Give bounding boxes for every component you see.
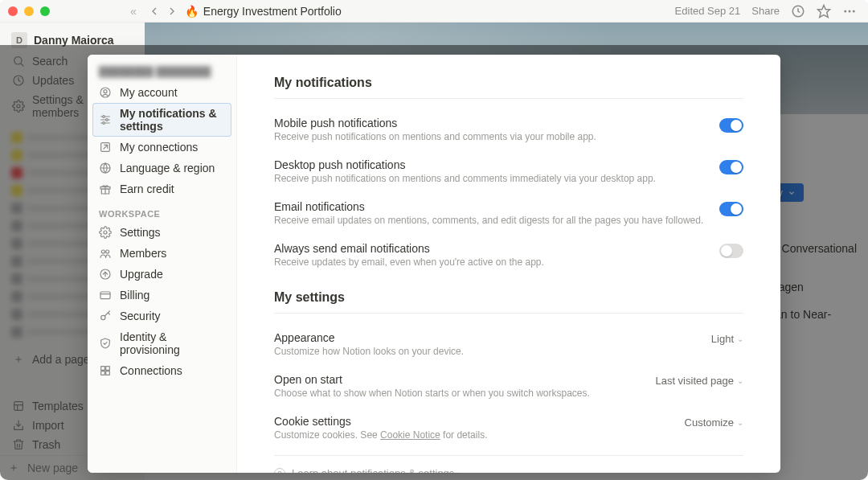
- page-title-breadcrumb[interactable]: 🔥 Energy Investment Portfolio: [185, 5, 342, 18]
- favorite-star-icon[interactable]: [817, 4, 831, 18]
- setting-value: Light: [711, 333, 734, 345]
- svg-point-14: [104, 90, 107, 93]
- toggle-switch[interactable]: [719, 244, 743, 258]
- setting-row: AppearanceCustomize how Notion looks on …: [274, 325, 743, 367]
- settings-nav-upgrade[interactable]: Upgrade: [92, 264, 231, 285]
- more-menu-icon[interactable]: [842, 4, 857, 18]
- svg-point-13: [100, 88, 110, 97]
- toggle-switch[interactable]: [719, 160, 743, 174]
- svg-point-3: [849, 10, 851, 12]
- account-email-blurred: ████████ ████████: [92, 61, 231, 82]
- settings-nav-security[interactable]: Security: [92, 306, 231, 326]
- svg-point-29: [101, 250, 104, 253]
- chevron-down-icon: ⌄: [737, 418, 743, 427]
- setting-row: Open on startChoose what to show when No…: [274, 367, 743, 408]
- toggle-switch[interactable]: [719, 118, 743, 133]
- setting-value-dropdown[interactable]: Last visited page⌄: [655, 375, 743, 387]
- settings-nav-label: Settings: [120, 226, 161, 239]
- toggle-switch[interactable]: [719, 202, 743, 216]
- setting-label: Desktop push notifications: [274, 158, 656, 171]
- setting-label: Mobile push notifications: [274, 117, 596, 129]
- setting-value-dropdown[interactable]: Customize⌄: [685, 416, 743, 429]
- close-window-button[interactable]: [8, 6, 18, 16]
- setting-label: Email notifications: [274, 200, 703, 213]
- page-emoji-icon: 🔥: [185, 5, 199, 18]
- settings-modal: ████████ ████████ My accountMy notificat…: [88, 55, 780, 473]
- setting-label: Open on start: [274, 373, 590, 386]
- settings-nav-label: Upgrade: [120, 268, 163, 281]
- back-button[interactable]: [148, 5, 161, 18]
- svg-line-22: [104, 145, 108, 149]
- svg-point-30: [106, 250, 109, 253]
- modal-sidebar: ████████ ████████ My accountMy notificat…: [88, 55, 237, 473]
- settings-nav-label: Billing: [120, 289, 149, 302]
- svg-marker-1: [818, 5, 830, 17]
- svg-rect-33: [100, 292, 110, 299]
- settings-nav-my-connections[interactable]: My connections: [92, 137, 231, 158]
- setting-value-dropdown[interactable]: Light⌄: [711, 333, 743, 345]
- grid-icon: [99, 364, 112, 377]
- settings-nav-label: Connections: [120, 364, 182, 377]
- notification-row: Email notificationsReceive email updates…: [274, 194, 743, 236]
- learn-link-label: Learn about notifications & settings: [292, 467, 454, 473]
- collapse-sidebar-icon[interactable]: «: [130, 5, 137, 18]
- settings-heading: My settings: [274, 290, 743, 305]
- notification-row: Always send email notificationsReceive u…: [274, 236, 743, 277]
- setting-label: Appearance: [274, 331, 464, 344]
- titlebar: « 🔥 Energy Investment Portfolio Edited S…: [0, 0, 868, 23]
- sliders-icon: [99, 113, 112, 126]
- maximize-window-button[interactable]: [40, 6, 50, 16]
- card-icon: [99, 289, 112, 302]
- svg-point-19: [106, 119, 108, 121]
- user-circle-icon: [99, 86, 112, 99]
- up-arrow-circle-icon: [99, 268, 112, 281]
- settings-nav-label: My account: [120, 86, 178, 99]
- setting-description: Customize how Notion looks on your devic…: [274, 346, 464, 357]
- setting-row: Cookie settingsCustomize cookies. See Co…: [274, 408, 743, 450]
- edited-timestamp: Edited Sep 21: [675, 5, 741, 17]
- settings-nav-billing[interactable]: Billing: [92, 285, 231, 306]
- svg-rect-40: [101, 371, 105, 375]
- people-icon: [99, 247, 112, 260]
- settings-nav-connections[interactable]: Connections: [92, 360, 231, 381]
- notification-row: Desktop push notificationsReceive push n…: [274, 152, 743, 194]
- shield-check-icon: [99, 337, 112, 350]
- help-icon: ?: [274, 468, 285, 474]
- modal-main: My notifications Mobile push notificatio…: [237, 55, 780, 473]
- svg-point-18: [103, 116, 105, 118]
- settings-nav-language-region[interactable]: Language & region: [92, 158, 231, 178]
- setting-description: Choose what to show when Notion starts o…: [274, 388, 590, 399]
- svg-rect-41: [106, 371, 110, 375]
- settings-nav-label: My connections: [120, 141, 198, 154]
- setting-label: Cookie settings: [274, 415, 487, 428]
- setting-description: Receive push notifications on mentions a…: [274, 131, 596, 142]
- link-out-icon: [99, 141, 112, 154]
- settings-nav-settings[interactable]: Settings: [92, 222, 231, 243]
- share-button[interactable]: Share: [751, 5, 780, 17]
- cookie-notice-link[interactable]: Cookie Notice: [380, 429, 440, 441]
- updates-clock-icon[interactable]: [791, 4, 805, 18]
- svg-point-20: [103, 122, 105, 125]
- setting-description: Receive updates by email, even when you'…: [274, 256, 544, 268]
- settings-nav-earn-credit[interactable]: Earn credit: [92, 178, 231, 199]
- settings-nav-my-account[interactable]: My account: [92, 82, 231, 103]
- settings-nav-label: Identity & provisioning: [120, 330, 225, 356]
- settings-nav-members[interactable]: Members: [92, 243, 231, 264]
- svg-rect-38: [101, 367, 105, 371]
- minimize-window-button[interactable]: [24, 6, 34, 16]
- page-title-text: Energy Investment Portfolio: [203, 5, 342, 18]
- settings-nav-identity-provisioning[interactable]: Identity & provisioning: [92, 326, 231, 360]
- modal-overlay[interactable]: ████████ ████████ My accountMy notificat…: [0, 45, 868, 480]
- settings-nav-my-notifications-settings[interactable]: My notifications & settings: [92, 103, 231, 137]
- svg-point-2: [844, 10, 846, 12]
- chevron-down-icon: ⌄: [737, 334, 743, 343]
- svg-point-4: [853, 10, 855, 12]
- svg-line-37: [108, 313, 109, 314]
- setting-value: Last visited page: [655, 375, 734, 387]
- setting-label: Always send email notifications: [274, 242, 544, 255]
- forward-button[interactable]: [166, 5, 178, 18]
- setting-description: Customize cookies. See Cookie Notice for…: [274, 429, 487, 441]
- settings-nav-label: Security: [120, 310, 161, 322]
- globe-icon: [99, 162, 112, 174]
- learn-link[interactable]: ? Learn about notifications & settings: [274, 467, 743, 473]
